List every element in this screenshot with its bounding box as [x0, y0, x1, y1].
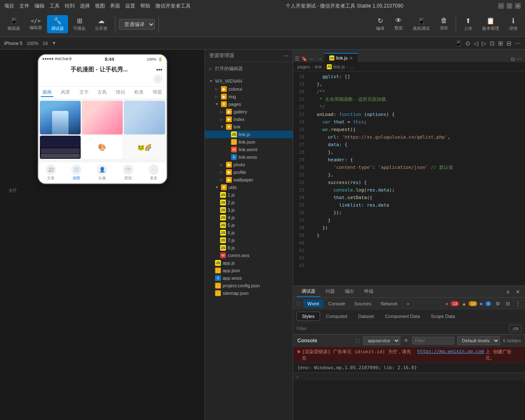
more-icon[interactable]: ⋮ [514, 300, 522, 307]
split-icon[interactable]: ⊟ [511, 56, 515, 62]
menu-界面[interactable]: 界面 [110, 3, 120, 10]
nav-壁纸[interactable]: 🗺 壁纸 [123, 165, 133, 181]
image-cell-2[interactable] [82, 101, 123, 134]
record-icon[interactable]: ⊙ [465, 40, 470, 47]
debug-tab-问题[interactable]: 问题 [320, 286, 340, 297]
image-cell-1[interactable] [40, 101, 81, 134]
wxml-tab-more[interactable]: » [403, 299, 414, 308]
tree-colorui[interactable]: ▷ ▶ colorui [205, 85, 293, 93]
back-icon[interactable]: ◁ [474, 40, 478, 47]
qr-icon[interactable]: ⊟ [507, 40, 512, 47]
tree-appjson[interactable]: { } app.json [205, 267, 293, 274]
wx-wenan-header[interactable]: ▼ WX_WENAN [205, 77, 293, 85]
nav-头像[interactable]: 👤 头像 [97, 165, 107, 181]
tree-photo[interactable]: ▷ ▶ photo [205, 161, 293, 168]
maximize-button[interactable]: □ [507, 3, 512, 9]
nav-文章[interactable]: 📰 文章 [46, 165, 56, 181]
tree-4js[interactable]: JS 4.js [205, 214, 293, 221]
phone-record-button[interactable]: ⊙ [153, 74, 163, 84]
menu-微信开发者工具[interactable]: 微信开发者工具 [155, 3, 191, 10]
tab-风景[interactable]: 风景 [59, 88, 72, 97]
editor-bookmark-icon[interactable]: 🔖 [301, 56, 307, 62]
tree-commwxs[interactable]: W comm.wxs [205, 252, 293, 259]
open-editors-header[interactable]: ▷ 打开的编辑器 [205, 64, 293, 74]
options-icon[interactable]: ⋯ [515, 40, 521, 47]
forward-icon[interactable]: ▷ [482, 40, 486, 47]
fullscreen-icon[interactable]: ⊞ [498, 40, 503, 47]
console-eye-icon[interactable]: 👁 [404, 338, 409, 344]
real-debug-button[interactable]: 📱 真机调试 [409, 15, 434, 33]
debug-tab-编出[interactable]: 编出 [340, 286, 359, 297]
editor-back-icon[interactable]: ← [309, 55, 315, 62]
menu-视图[interactable]: 视图 [95, 3, 105, 10]
tree-2js[interactable]: JS 2.js [205, 199, 293, 206]
editor-forward-icon[interactable]: → [317, 55, 323, 62]
tree-appjs[interactable]: JS app.js [205, 259, 293, 267]
tree-wallpaper[interactable]: ▷ ▶ wallpaper [205, 176, 293, 184]
tree-link-json[interactable]: { } link.json [205, 138, 293, 146]
node-select-icon[interactable]: ⬚ [297, 301, 301, 306]
chevron-up-icon[interactable]: ∧ [504, 288, 512, 296]
tree-img[interactable]: ▷ ▶ img [205, 93, 293, 100]
tree-profile[interactable]: ▷ ▶ profile [205, 168, 293, 176]
version-button[interactable]: 📋 版本管理 [478, 15, 503, 33]
chevron-down-icon[interactable]: ▼ [52, 41, 56, 45]
layout-icon[interactable]: ⊟ [504, 300, 512, 307]
tab-明星[interactable]: 明星 [151, 88, 164, 97]
tree-6js[interactable]: JS 6.js [205, 229, 293, 236]
tree-sitemap[interactable]: { } sitemap.json [205, 289, 293, 297]
close-button[interactable]: ✕ [515, 3, 521, 9]
tree-5js[interactable]: JS 5.js [205, 221, 293, 229]
filter-input[interactable] [297, 326, 509, 331]
menu-转到[interactable]: 转到 [65, 3, 75, 10]
tree-index[interactable]: ▷ ▶ index [205, 116, 293, 123]
cloud-button[interactable]: ☁ 云开发 [91, 15, 112, 33]
copy-icon[interactable]: ⊡ [490, 40, 495, 47]
menu-文件[interactable]: 文件 [19, 3, 29, 10]
menu-帮助[interactable]: 帮助 [140, 3, 150, 10]
code-content[interactable]: gglist: [] }, /** * 生命周期函数--监听页面加载 */ on… [308, 71, 525, 286]
tab-古风[interactable]: 古风 [96, 88, 108, 97]
style-tab-scope[interactable]: Scope Data [426, 312, 460, 320]
console-error-link[interactable]: https://mp.weixin.qq.com [417, 349, 484, 361]
menu-设置[interactable]: 设置 [125, 3, 135, 10]
tab-close-icon[interactable]: ✕ [349, 56, 353, 60]
tree-link-wxml[interactable]: W link.wxml [205, 146, 293, 153]
menu-工具[interactable]: 工具 [50, 3, 60, 10]
image-cell-5[interactable]: 🎨 [82, 136, 123, 159]
style-tab-component[interactable]: Component Data [380, 312, 425, 320]
wxml-tab-sources[interactable]: Sources [350, 299, 375, 308]
window-controls[interactable]: ─ □ ✕ [498, 3, 521, 9]
image-cell-4[interactable] [40, 136, 81, 159]
detail-button[interactable]: ℹ 详情 [505, 15, 522, 33]
tab-情侣[interactable]: 情侣 [114, 88, 127, 97]
tree-pages[interactable]: ▼ ▼ pages [205, 100, 293, 108]
menu-选择[interactable]: 选择 [80, 3, 90, 10]
visual-button[interactable]: ⊞ 可视化 [69, 15, 90, 33]
wxml-tab-network[interactable]: Network [376, 299, 402, 308]
tree-7js[interactable]: JS 7.js [205, 236, 293, 244]
settings-icon[interactable]: ⚙ [494, 300, 501, 307]
panel-close-icon[interactable]: ✕ [514, 288, 522, 296]
menu-bar[interactable]: 项目 文件 编辑 工具 转到 选择 视图 界面 设置 帮助 微信开发者工具 [4, 3, 191, 10]
tree-3js[interactable]: JS 3.js [205, 206, 293, 214]
phone-menu-dots[interactable]: ••• [156, 66, 163, 73]
minimize-button[interactable]: ─ [498, 3, 504, 9]
wxml-tab-console[interactable]: Console [324, 299, 349, 308]
console-node-icon[interactable]: ⬚ [355, 338, 360, 344]
image-cell-3[interactable] [124, 101, 165, 134]
editor-nav-icon[interactable]: ☰ [295, 56, 299, 62]
tree-utils[interactable]: ▼ ▼ utils [205, 184, 293, 191]
level-select[interactable]: Default levels [457, 336, 500, 345]
editor-more-icon[interactable]: ⋯ [517, 56, 522, 62]
compile-button[interactable]: ↻ 编译 [372, 15, 388, 33]
menu-编辑[interactable]: 编辑 [34, 3, 45, 10]
tree-link[interactable]: ▼ ▼ link [205, 123, 293, 131]
phone-icon[interactable]: 📱 [455, 40, 462, 47]
debug-tab-调试器[interactable]: 调试器 [297, 286, 320, 297]
style-tab-dataset[interactable]: Dataset [353, 312, 379, 320]
nav-更多[interactable]: ⋯ 更多 [149, 165, 159, 181]
tree-1js[interactable]: JS 1.js [205, 191, 293, 199]
phone-category-tabs[interactable]: 插画 风景 文字 古风 情侣 欧美 明星 [38, 87, 167, 99]
debug-tab-终端[interactable]: 终端 [359, 286, 378, 297]
